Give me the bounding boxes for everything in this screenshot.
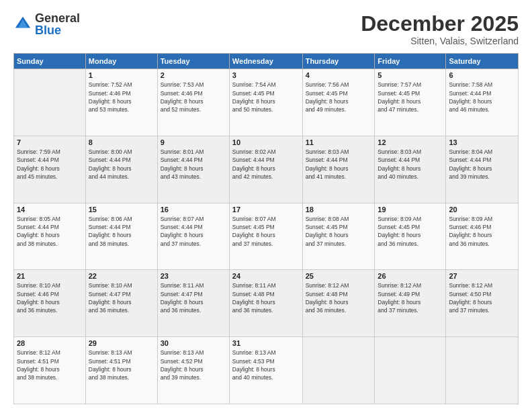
day-number: 30 <box>161 339 226 347</box>
weekday-header-sunday: Sunday <box>14 54 86 69</box>
calendar-cell: 12Sunrise: 8:03 AMSunset: 4:44 PMDayligh… <box>375 136 446 203</box>
day-number: 11 <box>306 138 372 146</box>
header: General Blue December 2025 Sitten, Valai… <box>13 12 519 46</box>
day-number: 10 <box>232 138 300 146</box>
day-number: 7 <box>17 138 83 146</box>
calendar-cell <box>302 337 375 404</box>
day-info: Sunrise: 8:00 AMSunset: 4:44 PMDaylight:… <box>89 148 154 181</box>
calendar-cell: 31Sunrise: 8:13 AMSunset: 4:53 PMDayligh… <box>229 337 302 404</box>
day-info: Sunrise: 8:09 AMSunset: 4:45 PMDaylight:… <box>378 215 443 248</box>
day-number: 25 <box>306 272 372 280</box>
day-info: Sunrise: 8:12 AMSunset: 4:50 PMDaylight:… <box>449 281 515 314</box>
weekday-header-thursday: Thursday <box>302 54 375 69</box>
calendar-cell: 22Sunrise: 8:10 AMSunset: 4:47 PMDayligh… <box>85 270 157 337</box>
day-info: Sunrise: 8:12 AMSunset: 4:49 PMDaylight:… <box>378 281 443 314</box>
calendar-week-4: 21Sunrise: 8:10 AMSunset: 4:46 PMDayligh… <box>14 270 519 337</box>
calendar-cell: 16Sunrise: 8:07 AMSunset: 4:44 PMDayligh… <box>157 203 229 270</box>
day-number: 1 <box>89 71 154 79</box>
day-number: 22 <box>89 272 154 280</box>
day-number: 31 <box>232 339 300 347</box>
day-number: 14 <box>17 205 83 214</box>
calendar-cell: 5Sunrise: 7:57 AMSunset: 4:45 PMDaylight… <box>375 69 446 136</box>
logo-text: General Blue <box>35 12 80 36</box>
day-info: Sunrise: 8:07 AMSunset: 4:45 PMDaylight:… <box>232 215 300 248</box>
day-info: Sunrise: 8:12 AMSunset: 4:51 PMDaylight:… <box>17 349 83 381</box>
day-info: Sunrise: 8:03 AMSunset: 4:44 PMDaylight:… <box>306 148 372 181</box>
title-block: December 2025 Sitten, Valais, Switzerlan… <box>361 12 519 46</box>
day-info: Sunrise: 8:13 AMSunset: 4:52 PMDaylight:… <box>161 349 226 381</box>
logo: General Blue <box>13 12 80 36</box>
day-number: 15 <box>89 205 154 214</box>
calendar-cell: 30Sunrise: 8:13 AMSunset: 4:52 PMDayligh… <box>157 337 229 404</box>
day-number: 18 <box>306 205 372 214</box>
calendar-cell: 11Sunrise: 8:03 AMSunset: 4:44 PMDayligh… <box>302 136 375 203</box>
logo-blue: Blue <box>35 24 80 36</box>
calendar-cell: 15Sunrise: 8:06 AMSunset: 4:44 PMDayligh… <box>85 203 157 270</box>
day-number: 13 <box>449 138 515 146</box>
day-info: Sunrise: 7:59 AMSunset: 4:44 PMDaylight:… <box>17 148 83 181</box>
weekday-header-wednesday: Wednesday <box>229 54 302 69</box>
calendar-cell: 10Sunrise: 8:02 AMSunset: 4:44 PMDayligh… <box>229 136 302 203</box>
calendar-cell: 2Sunrise: 7:53 AMSunset: 4:46 PMDaylight… <box>157 69 229 136</box>
weekday-header-saturday: Saturday <box>446 54 519 69</box>
calendar-cell: 6Sunrise: 7:58 AMSunset: 4:44 PMDaylight… <box>446 69 519 136</box>
location-subtitle: Sitten, Valais, Switzerland <box>361 36 519 46</box>
day-info: Sunrise: 7:58 AMSunset: 4:44 PMDaylight:… <box>449 81 515 113</box>
calendar-cell: 1Sunrise: 7:52 AMSunset: 4:46 PMDaylight… <box>85 69 157 136</box>
day-info: Sunrise: 8:05 AMSunset: 4:44 PMDaylight:… <box>17 215 83 248</box>
day-info: Sunrise: 7:53 AMSunset: 4:46 PMDaylight:… <box>161 81 226 113</box>
calendar-week-1: 1Sunrise: 7:52 AMSunset: 4:46 PMDaylight… <box>14 69 519 136</box>
logo-general: General <box>35 12 80 24</box>
day-number: 8 <box>89 138 154 146</box>
day-info: Sunrise: 7:57 AMSunset: 4:45 PMDaylight:… <box>378 81 443 113</box>
day-info: Sunrise: 7:54 AMSunset: 4:45 PMDaylight:… <box>232 81 300 113</box>
calendar-cell: 8Sunrise: 8:00 AMSunset: 4:44 PMDaylight… <box>85 136 157 203</box>
calendar-cell: 14Sunrise: 8:05 AMSunset: 4:44 PMDayligh… <box>14 203 86 270</box>
month-title: December 2025 <box>361 12 519 36</box>
day-info: Sunrise: 8:12 AMSunset: 4:48 PMDaylight:… <box>306 281 372 314</box>
weekday-header-row: SundayMondayTuesdayWednesdayThursdayFrid… <box>14 54 519 69</box>
day-number: 2 <box>161 71 226 79</box>
calendar-cell <box>375 337 446 404</box>
day-number: 20 <box>449 205 515 214</box>
day-info: Sunrise: 8:10 AMSunset: 4:47 PMDaylight:… <box>89 281 154 314</box>
day-info: Sunrise: 8:06 AMSunset: 4:44 PMDaylight:… <box>89 215 154 248</box>
calendar-cell: 17Sunrise: 8:07 AMSunset: 4:45 PMDayligh… <box>229 203 302 270</box>
weekday-header-friday: Friday <box>375 54 446 69</box>
day-number: 6 <box>449 71 515 79</box>
day-info: Sunrise: 8:03 AMSunset: 4:44 PMDaylight:… <box>378 148 443 181</box>
day-info: Sunrise: 8:11 AMSunset: 4:47 PMDaylight:… <box>161 281 226 314</box>
calendar-cell: 28Sunrise: 8:12 AMSunset: 4:51 PMDayligh… <box>14 337 86 404</box>
calendar-cell: 23Sunrise: 8:11 AMSunset: 4:47 PMDayligh… <box>157 270 229 337</box>
calendar-cell: 25Sunrise: 8:12 AMSunset: 4:48 PMDayligh… <box>302 270 375 337</box>
calendar-cell: 26Sunrise: 8:12 AMSunset: 4:49 PMDayligh… <box>375 270 446 337</box>
calendar-body: 1Sunrise: 7:52 AMSunset: 4:46 PMDaylight… <box>14 69 519 404</box>
calendar-cell: 18Sunrise: 8:08 AMSunset: 4:45 PMDayligh… <box>302 203 375 270</box>
calendar-cell: 7Sunrise: 7:59 AMSunset: 4:44 PMDaylight… <box>14 136 86 203</box>
day-number: 5 <box>378 71 443 79</box>
day-info: Sunrise: 7:52 AMSunset: 4:46 PMDaylight:… <box>89 81 154 113</box>
day-number: 26 <box>378 272 443 280</box>
calendar-table: SundayMondayTuesdayWednesdayThursdayFrid… <box>13 53 519 404</box>
day-number: 19 <box>378 205 443 214</box>
day-number: 27 <box>449 272 515 280</box>
day-info: Sunrise: 8:07 AMSunset: 4:44 PMDaylight:… <box>161 215 226 248</box>
day-number: 23 <box>161 272 226 280</box>
day-number: 17 <box>232 205 300 214</box>
day-info: Sunrise: 7:56 AMSunset: 4:45 PMDaylight:… <box>306 81 372 113</box>
calendar-cell <box>14 69 86 136</box>
logo-icon <box>13 15 32 34</box>
weekday-header-tuesday: Tuesday <box>157 54 229 69</box>
day-info: Sunrise: 8:02 AMSunset: 4:44 PMDaylight:… <box>232 148 300 181</box>
calendar-week-3: 14Sunrise: 8:05 AMSunset: 4:44 PMDayligh… <box>14 203 519 270</box>
calendar-cell: 20Sunrise: 8:09 AMSunset: 4:46 PMDayligh… <box>446 203 519 270</box>
day-info: Sunrise: 8:08 AMSunset: 4:45 PMDaylight:… <box>306 215 372 248</box>
calendar-cell: 19Sunrise: 8:09 AMSunset: 4:45 PMDayligh… <box>375 203 446 270</box>
day-info: Sunrise: 8:04 AMSunset: 4:44 PMDaylight:… <box>449 148 515 181</box>
day-number: 16 <box>161 205 226 214</box>
calendar-cell: 9Sunrise: 8:01 AMSunset: 4:44 PMDaylight… <box>157 136 229 203</box>
day-info: Sunrise: 8:11 AMSunset: 4:48 PMDaylight:… <box>232 281 300 314</box>
calendar-cell: 29Sunrise: 8:13 AMSunset: 4:51 PMDayligh… <box>85 337 157 404</box>
day-info: Sunrise: 8:13 AMSunset: 4:51 PMDaylight:… <box>89 349 154 381</box>
day-number: 28 <box>17 339 83 347</box>
